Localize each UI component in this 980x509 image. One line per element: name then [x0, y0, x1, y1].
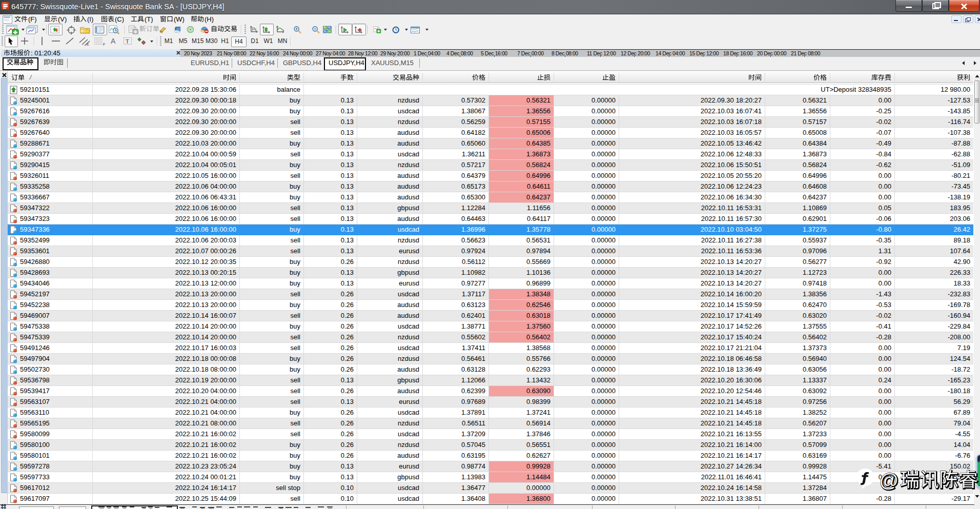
- svg-text:E: E: [87, 43, 89, 46]
- svg-text:A: A: [111, 37, 116, 45]
- svg-text:T: T: [126, 38, 129, 45]
- svg-text:@: @: [880, 470, 899, 491]
- svg-text:F: F: [103, 43, 105, 46]
